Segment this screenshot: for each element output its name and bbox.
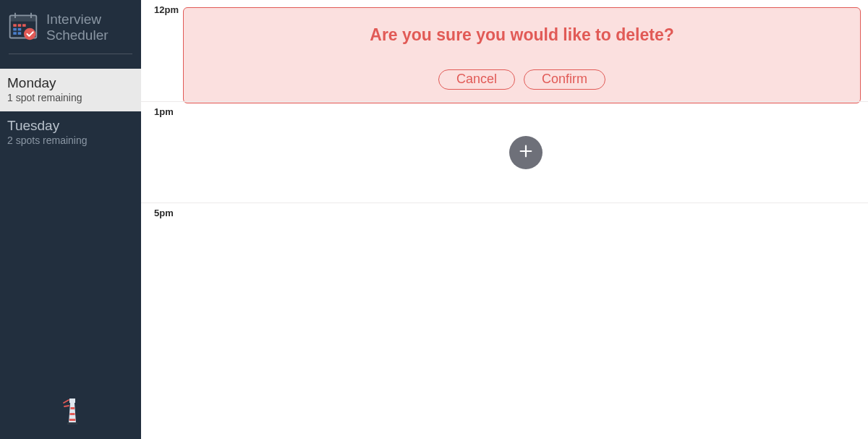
svg-rect-12 (69, 398, 75, 403)
time-label: 12pm (154, 4, 179, 15)
timeslot-12pm: 12pm Are you sure you would like to dele… (141, 0, 868, 101)
svg-rect-5 (18, 24, 22, 27)
day-name: Tuesday (7, 119, 134, 134)
svg-rect-4 (13, 24, 17, 27)
schedule: 12pm Are you sure you would like to dele… (141, 0, 868, 439)
svg-rect-9 (13, 32, 17, 35)
calendar-check-icon (7, 10, 39, 45)
day-list: Monday 1 spot remaining Tuesday 2 spots … (0, 69, 141, 154)
cancel-button[interactable]: Cancel (438, 69, 515, 89)
confirm-button[interactable]: Confirm (524, 69, 605, 89)
app-title-line2: Scheduler (46, 27, 109, 43)
timeslot-5pm: 5pm (141, 203, 868, 231)
footer-logo (0, 397, 141, 427)
svg-rect-13 (70, 407, 75, 409)
confirm-message: Are you sure you would like to delete? (370, 25, 673, 45)
svg-rect-1 (10, 15, 37, 21)
svg-point-11 (24, 28, 36, 41)
lighthouse-icon (61, 397, 80, 427)
sidebar-day-tuesday[interactable]: Tuesday 2 spots remaining (0, 111, 141, 154)
plus-icon (518, 143, 534, 161)
app-title: Interview Scheduler (46, 12, 109, 43)
app-logo: Interview Scheduler (0, 0, 141, 54)
svg-rect-6 (22, 24, 26, 27)
confirm-actions: Cancel Confirm (438, 69, 605, 89)
svg-rect-16 (67, 422, 77, 425)
sidebar-day-monday[interactable]: Monday 1 spot remaining (0, 69, 141, 111)
app-title-line1: Interview (46, 12, 109, 27)
time-label: 1pm (154, 106, 174, 117)
svg-rect-7 (13, 28, 17, 31)
day-spots: 2 spots remaining (7, 134, 134, 147)
add-appointment-button[interactable] (509, 136, 542, 169)
svg-rect-10 (18, 32, 22, 35)
divider (9, 54, 132, 54)
svg-rect-14 (69, 413, 75, 415)
delete-confirm-card: Are you sure you would like to delete? C… (183, 7, 861, 103)
day-name: Monday (7, 76, 134, 91)
time-label: 5pm (154, 208, 174, 218)
day-spots: 1 spot remaining (7, 91, 134, 104)
svg-rect-15 (69, 419, 75, 421)
sidebar: Interview Scheduler Monday 1 spot remain… (0, 0, 141, 439)
svg-rect-8 (18, 28, 22, 31)
timeslot-1pm: 1pm (141, 101, 868, 203)
